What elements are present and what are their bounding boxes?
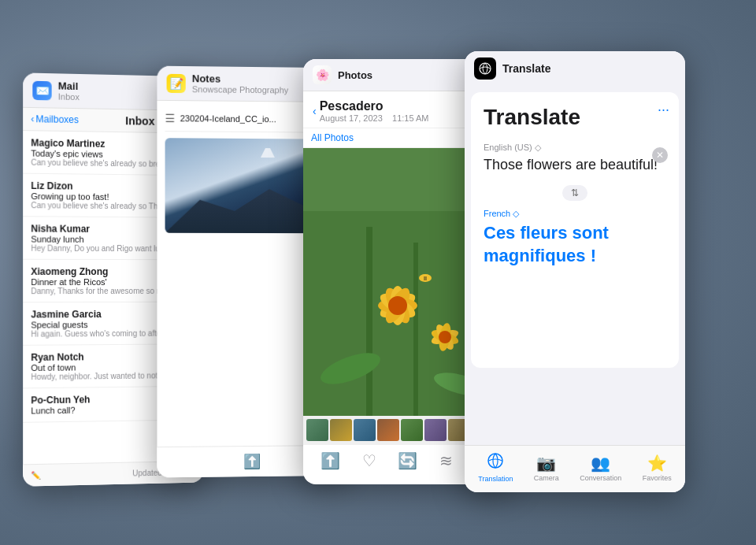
photos-date: August 17, 2023 11:15 AM: [320, 113, 429, 123]
translate-main-body: ··· Translate English (US) ◇ Those flowe…: [471, 92, 679, 368]
photos-rotate-button[interactable]: 🔄: [398, 451, 417, 470]
conversation-tab-label: Conversation: [580, 474, 621, 482]
translate-source-text: Those flowers are beautiful!: [484, 156, 666, 174]
photo-thumb-6[interactable]: [424, 419, 447, 441]
mailboxes-back-button[interactable]: ‹ Mailboxes: [31, 113, 79, 125]
translate-tab-favorites[interactable]: ⭐ Favorites: [643, 454, 672, 482]
snow-cap: [244, 148, 291, 172]
svg-rect-3: [413, 243, 418, 416]
photo-thumb-4[interactable]: [377, 419, 399, 441]
photos-location: Pescadero: [320, 99, 429, 113]
svg-point-10: [388, 296, 407, 315]
camera-tab-icon: 📷: [536, 454, 556, 473]
translate-more-button[interactable]: ···: [658, 102, 669, 118]
favorites-tab-icon: ⭐: [647, 454, 667, 473]
translate-app-card[interactable]: Translate ··· Translate English (US) ◇ T…: [465, 51, 685, 492]
translate-app-icon: [474, 57, 496, 80]
svg-text:⇅: ⇅: [571, 187, 579, 198]
photos-filter-button[interactable]: ≋: [439, 451, 453, 470]
translation-tab-label: Translation: [478, 475, 513, 483]
translate-icon-svg: [479, 62, 491, 75]
mail-inbox-title: Inbox: [125, 114, 154, 128]
notes-card-subtitle: Snowscape Photography: [192, 84, 288, 95]
notes-filename: 230204-Iceland_CC_io...: [180, 113, 276, 124]
notes-share-icon[interactable]: ⬆️: [243, 453, 261, 470]
conversation-tab-icon: 👥: [591, 454, 610, 473]
translate-swap-divider: ⇅: [484, 177, 666, 209]
photo-thumb-5[interactable]: [401, 419, 423, 441]
photos-all-photos-button[interactable]: All Photos: [311, 132, 354, 143]
translate-card-title: Translate: [502, 62, 550, 75]
notes-app-icon: 📝: [167, 73, 186, 92]
translate-tab-translation[interactable]: Translation: [478, 452, 513, 483]
mail-card-subtitle: Inbox: [58, 92, 80, 102]
translate-result-text: Ces fleurs sont magnifiques !: [484, 222, 666, 267]
photos-share-button[interactable]: ⬆️: [321, 451, 340, 470]
svg-point-20: [480, 63, 491, 74]
svg-rect-2: [366, 227, 372, 416]
svg-point-23: [488, 454, 502, 468]
translate-target-lang-label[interactable]: French ◇: [484, 209, 666, 219]
translate-card-header: Translate: [465, 51, 685, 86]
photos-card-title: Photos: [338, 69, 372, 81]
translate-clear-button[interactable]: ✕: [652, 147, 668, 163]
photo-thumb-2[interactable]: [330, 419, 352, 441]
camera-tab-label: Camera: [534, 474, 559, 482]
translation-tab-icon: [487, 452, 504, 473]
photos-back-chevron[interactable]: ‹: [313, 105, 317, 117]
svg-rect-19: [424, 276, 427, 280]
translate-source-lang-label[interactable]: English (US) ◇: [484, 143, 666, 153]
mail-app-icon: ✉️: [32, 80, 51, 100]
favorites-tab-label: Favorites: [643, 474, 672, 482]
notes-card-title: Notes: [192, 72, 288, 85]
svg-point-15: [439, 331, 451, 343]
photos-favorite-button[interactable]: ♡: [362, 451, 376, 470]
translate-swap-icon[interactable]: ⇅: [562, 185, 587, 201]
photos-app-icon: 🌸: [313, 65, 332, 84]
translate-tabbar: Translation 📷 Camera 👥 Conversation ⭐ Fa…: [465, 445, 685, 492]
mail-compose-icon[interactable]: ✏️: [31, 471, 40, 480]
mail-card-title: Mail: [58, 80, 80, 92]
translate-tab-camera[interactable]: 📷 Camera: [534, 454, 559, 482]
photo-thumb-1[interactable]: [306, 419, 328, 441]
notes-list-icon: ☰: [165, 112, 176, 124]
photo-thumb-3[interactable]: [354, 419, 376, 441]
translate-title: Translate: [484, 105, 666, 130]
translate-tab-conversation[interactable]: 👥 Conversation: [580, 454, 621, 482]
